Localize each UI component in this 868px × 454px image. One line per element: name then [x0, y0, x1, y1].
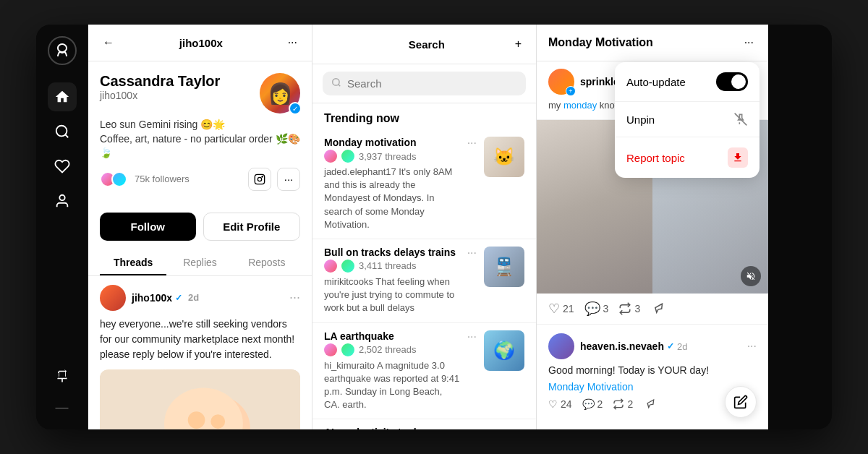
motivation-title: Monday Motivation — [548, 36, 653, 49]
profile-name-block: Cassandra Taylor jiho100x — [100, 73, 220, 106]
trend-avatars-1: 3,411 threads — [324, 260, 460, 273]
report-icon — [728, 147, 748, 168]
tab-replies[interactable]: Replies — [166, 249, 233, 275]
svg-marker-38 — [655, 304, 663, 312]
trend-thumb-0: 🐱 — [484, 137, 524, 177]
trend-item-3: AI productivity tools 1,142 threads okay… — [312, 419, 536, 429]
sidebar: — — [36, 25, 88, 429]
compose-icon — [733, 395, 748, 409]
trend-count-0: 3,937 threads — [359, 151, 417, 162]
trend-item-1: Bull on tracks delays trains 3,411 threa… — [312, 239, 536, 323]
auto-update-label: Auto-update — [626, 76, 686, 88]
trend-count-2: 2,502 threads — [359, 344, 417, 355]
svg-point-14 — [333, 79, 339, 85]
trend-topic-0[interactable]: Monday motivation — [324, 137, 460, 148]
edit-profile-button[interactable]: Edit Profile — [203, 213, 301, 241]
more-links[interactable]: ··· — [277, 168, 300, 191]
search-bar-wrapper — [312, 64, 536, 103]
trend-topic-3[interactable]: AI productivity tools — [324, 427, 508, 429]
auto-update-toggle[interactable] — [716, 72, 748, 91]
trend-thumb-2: 🌍 — [484, 330, 524, 371]
sidebar-item-likes[interactable] — [48, 152, 77, 181]
heaven-repost-count: 2 — [627, 398, 633, 410]
post-text: hey everyone...we're still seeking vendo… — [100, 317, 300, 362]
tab-threads[interactable]: Threads — [100, 249, 166, 275]
sidebar-item-pin[interactable] — [48, 362, 77, 391]
compose-button[interactable] — [725, 386, 757, 418]
profile-more-button[interactable]: ··· — [285, 33, 300, 52]
post-meta: jiho100x ✓ 2d — [132, 292, 284, 304]
heaven-post-text: Good morning! Today is YOUR day! — [548, 364, 757, 378]
heaven-share[interactable] — [643, 398, 655, 410]
app-logo — [48, 36, 77, 65]
trend-topic-2[interactable]: LA earthquake — [324, 330, 460, 342]
motivation-header: Monday Motivation ··· — [537, 25, 768, 61]
svg-point-10 — [188, 411, 205, 429]
profile-actions: Follow Edit Profile — [88, 213, 312, 249]
search-input[interactable] — [347, 77, 517, 90]
dropdown-auto-update[interactable]: Auto-update — [615, 62, 760, 102]
sidebar-item-search[interactable] — [48, 117, 77, 146]
share-button[interactable] — [650, 302, 663, 315]
svg-marker-39 — [647, 400, 654, 408]
trend-more-2[interactable]: ··· — [467, 330, 477, 343]
sidebar-divider: — — [56, 400, 69, 415]
unpin-label: Unpin — [626, 113, 655, 126]
report-label: Report topic — [626, 152, 685, 164]
trend-topic-1[interactable]: Bull on tracks delays trains — [324, 247, 460, 258]
post-more-button[interactable]: ··· — [289, 290, 300, 305]
repost-button[interactable]: 3 — [618, 302, 640, 315]
trend-more-1[interactable]: ··· — [467, 247, 477, 260]
heaven-name: heaven.is.nevaeh ✓ 2d — [580, 340, 741, 352]
comment-count: 3 — [603, 303, 609, 314]
trend-more-0[interactable]: ··· — [467, 137, 477, 150]
comment-button[interactable]: 💬 3 — [584, 301, 609, 317]
heaven-repost[interactable]: 2 — [613, 398, 633, 410]
profile-info: Cassandra Taylor jiho100x 👩 ✓ Leo sun Ge… — [88, 61, 312, 213]
post-verified: ✓ — [175, 293, 182, 303]
trend-main-2: LA earthquake 2,502 threads hi_kimuraito… — [324, 330, 460, 412]
instagram-link[interactable] — [248, 168, 271, 191]
profile-column: ← jiho100x ··· Cassandra Taylor jiho100x… — [88, 25, 312, 429]
like-button[interactable]: ♡ 21 — [548, 301, 574, 317]
trend-main-0: Monday motivation 3,937 threads jaded.el… — [324, 137, 460, 231]
trend-thumb-1: 🚆 — [484, 247, 524, 287]
tab-reposts[interactable]: Reposts — [234, 249, 300, 275]
search-bar — [323, 72, 526, 95]
heaven-heart-icon: ♡ — [548, 398, 558, 410]
dropdown-menu: Auto-update Unpin Report topic — [615, 62, 760, 178]
svg-point-5 — [262, 176, 263, 176]
trend-more-3[interactable]: ··· — [515, 427, 524, 429]
trend-count-1: 3,411 threads — [359, 260, 417, 271]
post-image-inner — [100, 369, 300, 429]
svg-line-1 — [65, 134, 68, 137]
heaven-post-tag[interactable]: Monday Motivation — [548, 381, 757, 393]
heaven-comment-count: 2 — [597, 398, 603, 410]
post-avatar — [100, 285, 126, 311]
heaven-more-button[interactable]: ··· — [747, 340, 757, 353]
sprinkles-add-icon: + — [566, 86, 576, 96]
heaven-comment[interactable]: 💬 2 — [582, 398, 603, 410]
repost-count: 3 — [634, 303, 640, 314]
search-add-button[interactable]: + — [512, 35, 524, 53]
sidebar-item-profile[interactable] — [48, 187, 77, 215]
trend-item-2: LA earthquake 2,502 threads hi_kimuraito… — [312, 323, 536, 420]
sidebar-item-home[interactable] — [48, 82, 77, 111]
back-button[interactable]: ← — [100, 33, 117, 52]
dropdown-report[interactable]: Report topic — [615, 137, 760, 178]
search-column: Search + Trending now Monday motivation … — [312, 25, 537, 429]
video-mute-button[interactable] — [741, 266, 761, 286]
trend-avatars-2: 2,502 threads — [324, 343, 460, 356]
sprinkles-link[interactable]: monday — [563, 100, 597, 111]
heaven-like-count: 24 — [561, 398, 572, 410]
heaven-verified: ✓ — [667, 341, 674, 351]
heaven-like[interactable]: ♡ 24 — [548, 398, 572, 410]
motivation-more-button[interactable]: ··· — [741, 33, 757, 52]
profile-bio: Leo sun Gemini rising 😊🌟 Coffee, art, na… — [100, 118, 300, 160]
follow-button[interactable]: Follow — [100, 213, 196, 241]
dropdown-unpin[interactable]: Unpin — [615, 102, 760, 137]
post-header: jiho100x ✓ 2d ··· — [100, 285, 300, 311]
trend-snippet-0: jaded.elephant17 It's only 8AM and this … — [324, 166, 460, 231]
post-time: 2d — [188, 292, 199, 303]
profile-followers: 75k followers ··· — [100, 168, 300, 191]
